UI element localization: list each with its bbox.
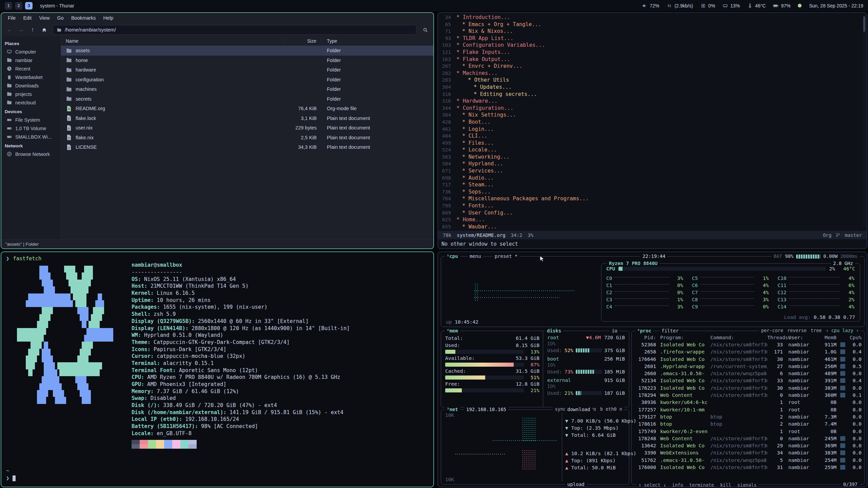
org-heading-line[interactable]: 584 * Hyprland...: [438, 160, 867, 167]
org-heading-line[interactable]: 825 * Home...: [438, 216, 867, 223]
terminal-window[interactable]: ❯ fastfetch nambiar@smallbox -----------…: [1, 251, 434, 487]
process-row[interactable]: 51762 .emacs-31.0.50- /nix/store/wnqz5pa…: [634, 456, 862, 464]
preset-button[interactable]: preset *: [493, 253, 519, 260]
network-toggle[interactable]: b eth0 n: [600, 406, 622, 412]
sidebar-item[interactable]: Browse Network: [1, 150, 61, 158]
process-row[interactable]: 52134 Isolated Web Co /nix/store/sm8fnrf…: [634, 377, 862, 384]
org-heading-line[interactable]: 809 * User Config...: [438, 209, 867, 217]
scrollbar-thumb[interactable]: [863, 16, 865, 32]
org-heading-line[interactable]: 282 * Machines...: [438, 70, 867, 77]
org-heading-line[interactable]: 344 * Configuration...: [438, 105, 867, 112]
clock-module[interactable]: Sun, 28 Sep 2025 - 22:19: [809, 3, 863, 8]
org-heading-line[interactable]: 461 * Login...: [438, 126, 867, 133]
file-row[interactable]: configuration Folder: [61, 75, 433, 85]
process-row[interactable]: 52368 Isolated Web Co /nix/store/sm8fnrf…: [634, 341, 862, 348]
workspace-button[interactable]: 2: [15, 2, 22, 9]
process-row[interactable]: 2601 .Hyprland-wrapp /run/current-system…: [634, 363, 862, 370]
volume-module[interactable]: 72%: [642, 3, 659, 8]
sidebar-item[interactable]: Downloads: [1, 81, 61, 90]
sort-selector[interactable]: ‹ cpu lazy ›: [826, 328, 859, 333]
scrollbar[interactable]: [863, 15, 866, 227]
process-action[interactable]: ↑ select ↓: [638, 482, 666, 487]
battery-module[interactable]: 97%: [773, 3, 790, 8]
filter-button[interactable]: filter: [659, 328, 681, 334]
org-heading-line[interactable]: 799 * Fonts...: [438, 202, 867, 209]
file-row[interactable]: LICENSE 34,3 KiB Plain text document: [61, 142, 433, 152]
org-heading-line[interactable]: 267 * Envrc + Direnv...: [438, 63, 867, 70]
org-heading-line[interactable]: 764 * Miscellaneous Packages and Program…: [438, 195, 867, 202]
org-heading-line[interactable]: 698 * Audio...: [438, 175, 867, 182]
sidebar-item[interactable]: Wastebasket: [1, 73, 61, 81]
process-row[interactable]: 13642 Isolated Web Co /nix/store/sm8fnrf…: [634, 442, 862, 449]
org-heading-line[interactable]: 121 * Flake Inputs...: [438, 49, 867, 56]
org-heading-line[interactable]: 71 * Nix & Nixos...: [438, 28, 867, 35]
org-heading-line[interactable]: 428 * Boot...: [438, 119, 867, 126]
column-header-size[interactable]: Size: [283, 37, 321, 45]
org-heading-line[interactable]: 34 * Introduction...: [438, 14, 867, 21]
file-row[interactable]: flake.nix 2,5 KiB Plain text document: [61, 133, 433, 143]
menu-button[interactable]: menu: [468, 253, 483, 260]
process-row[interactable]: 3390 WebExtensions /nix/store/sm8fnrf3wp…: [634, 449, 862, 456]
sidebar-item[interactable]: File System: [1, 116, 61, 124]
process-row[interactable]: 38936 kworker/u64:6-kc 1 root 0B 0.0: [634, 399, 862, 406]
process-row[interactable]: 179127 btop btop 2 nambiar 7.3M 0.0: [634, 413, 862, 420]
back-button[interactable]: ←: [4, 25, 15, 35]
temperature-module[interactable]: 46°C: [747, 3, 766, 8]
tree-toggle[interactable]: tree: [811, 328, 822, 333]
menu-item[interactable]: Help: [99, 14, 117, 22]
org-heading-line[interactable]: 316 * Hardware...: [438, 98, 867, 105]
sidebar-item[interactable]: 1,0 TB Volume: [1, 124, 61, 133]
process-action[interactable]: info: [672, 482, 683, 487]
process-row[interactable]: 2660 .emacs-31.0.50- /nix/store/wnqz5pa8…: [634, 370, 862, 377]
org-heading-line[interactable]: 103 * Configuration Variables...: [438, 42, 867, 49]
search-button[interactable]: [420, 25, 431, 35]
status-dot-icon[interactable]: [798, 4, 802, 7]
process-header-row[interactable]: Pid: Program: Command: Threads: User: Me…: [634, 334, 862, 341]
org-heading-line[interactable]: 310 * Editing secrets...: [438, 91, 867, 98]
workspace-button[interactable]: 1: [5, 2, 12, 9]
process-action[interactable]: signals: [737, 482, 756, 487]
org-heading-line[interactable]: 524 * Locale...: [438, 146, 867, 154]
org-heading-line[interactable]: 304 * Updates...: [438, 84, 867, 91]
org-heading-line[interactable]: 717 * Steam...: [438, 181, 867, 188]
process-action[interactable]: kill: [720, 482, 731, 487]
sidebar-item[interactable]: Computer: [1, 47, 61, 56]
file-row[interactable]: home Folder: [61, 56, 433, 65]
process-action[interactable]: terminate: [689, 482, 714, 487]
process-row[interactable]: 178248 Web Content /nix/store/sm8fnrf3wp…: [634, 435, 862, 442]
menu-item[interactable]: Go: [54, 14, 67, 22]
per-core-toggle[interactable]: per-core: [761, 328, 783, 333]
file-row[interactable]: flake.lock 3,1 KiB Plain text document: [61, 114, 433, 123]
menu-item[interactable]: View: [35, 14, 53, 22]
reverse-toggle[interactable]: reverse: [787, 328, 807, 333]
sidebar-item[interactable]: nextcloud: [1, 98, 61, 107]
org-heading-line[interactable]: 855 * Waubar...: [438, 223, 867, 230]
file-row[interactable]: hardware Folder: [61, 65, 433, 75]
process-row[interactable]: 176000 Isolated Web Co /nix/store/sm8fnr…: [634, 464, 862, 471]
org-heading-line[interactable]: 65 * Emacs + Org + Tangle...: [438, 21, 867, 28]
org-heading-line[interactable]: 671 * Services...: [438, 167, 867, 175]
path-bar[interactable]: /home/nambiar/system/: [53, 25, 416, 35]
file-row[interactable]: assets Folder: [61, 46, 433, 56]
process-row[interactable]: 2658 .firefox-wrappe /nix/store/sm8fnrf3…: [634, 348, 862, 355]
process-row[interactable]: 178294 Web Content /nix/store/sm8fnrf3wp…: [634, 391, 862, 399]
menu-item[interactable]: Bookmarks: [67, 14, 100, 22]
sidebar-item[interactable]: nambiar: [1, 56, 61, 64]
process-row[interactable]: 176223 Isolated Web Co /nix/store/sm8fnr…: [634, 384, 862, 391]
forward-button[interactable]: →: [16, 25, 26, 35]
menu-item[interactable]: Edit: [19, 14, 35, 22]
process-row[interactable]: 176646 Isolated Web Co /nix/store/sm8fnr…: [634, 355, 862, 363]
org-heading-line[interactable]: 563 * Networking...: [438, 154, 867, 161]
home-button[interactable]: [39, 25, 50, 35]
org-heading-line[interactable]: 484 * CLI...: [438, 133, 867, 140]
process-row[interactable]: 177257 kworker/10:1-mm_ 1 root 0B 0.0: [634, 406, 862, 413]
sidebar-item[interactable]: SMALLBOX Wi...: [1, 133, 61, 141]
network-module[interactable]: (2.9kb/s): [667, 3, 693, 8]
workspace-button[interactable]: 3: [25, 2, 33, 9]
network-toggle[interactable]: sync: [555, 406, 566, 412]
org-heading-line[interactable]: 162 * Flake Output...: [438, 56, 867, 63]
up-button[interactable]: ↑: [27, 25, 38, 35]
file-row[interactable]: README.org 76,4 KiB Org-mode file: [61, 104, 433, 114]
org-heading-line[interactable]: 736 * Sops...: [438, 188, 867, 196]
org-heading-line[interactable]: 93 * TLDR App List...: [438, 35, 867, 42]
